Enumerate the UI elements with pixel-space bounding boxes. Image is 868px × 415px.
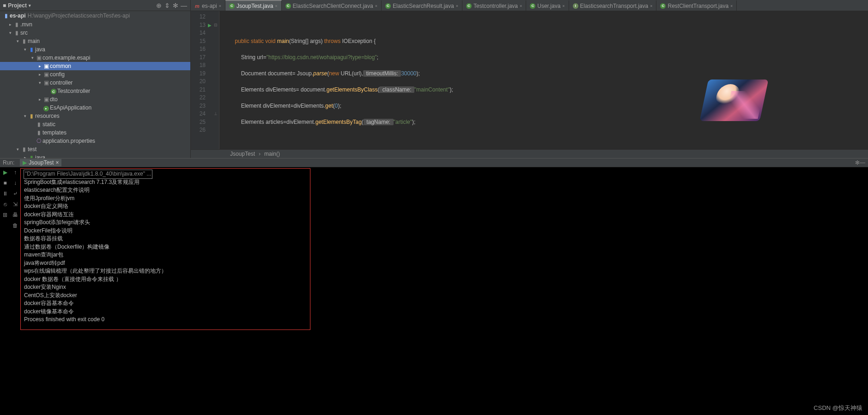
editor-tabs: mes-api× CJsoupTest.java× CElasticSearch…	[191, 0, 868, 11]
close-icon[interactable]: ×	[219, 4, 221, 8]
class-icon: C	[50, 88, 57, 95]
tree-controller[interactable]: ▣controller	[0, 79, 190, 87]
pause-icon[interactable]: ⏸	[2, 190, 8, 198]
tree-app[interactable]: ▸EsApiApplication	[0, 104, 190, 112]
tab-es-api[interactable]: mes-api×	[191, 0, 225, 11]
console-output[interactable]: "D:\Program Files\Java\jdk1.8.0_40\bin\j…	[20, 167, 868, 415]
fold-strip: ⊟⊥	[212, 11, 219, 149]
tree-resources[interactable]: ▮resources	[0, 112, 190, 120]
print-icon[interactable]: 🖶	[12, 212, 18, 219]
run-output: ▶ ■ ⏸ ⎋ ⊞ ↑ ↓ ⤶ ⇲ 🖶 🗑 "D:\Program Files\…	[0, 167, 868, 415]
tree-testcontroller[interactable]: CTestcontroller	[0, 87, 190, 95]
project-tree: ■Project▾ ⊕ ⇕ ✻ — ▮ es-api H:\wangyiProj…	[0, 0, 191, 158]
console-line: "D:\Program Files\Java\jdk1.8.0_40\bin\j…	[24, 170, 152, 178]
folder-icon: ▮	[13, 30, 20, 36]
project-toolbar: ■Project▾ ⊕ ⇕ ✻ —	[0, 0, 191, 11]
tree-main[interactable]: ▮main	[0, 37, 190, 45]
folder-icon: ▮	[20, 146, 28, 153]
tree-config[interactable]: ▣config	[0, 70, 190, 79]
console-line: docker容器网络互连	[24, 211, 864, 219]
close-icon[interactable]: ×	[650, 4, 652, 8]
console-line: wps在线编辑梳理（此处整理了对接过后容易出错的地方）	[24, 267, 864, 275]
package-icon: ▣	[42, 63, 50, 69]
tree-templates[interactable]: ▮templates	[0, 128, 190, 137]
close-icon[interactable]: ×	[55, 159, 59, 166]
clear-icon[interactable]: 🗑	[12, 222, 18, 230]
tree-appprops[interactable]: ⎔application.properties	[0, 137, 190, 145]
console-line: maven查询jar包	[24, 251, 864, 259]
tree-test[interactable]: ▮test	[0, 145, 190, 153]
package-icon: ▣	[42, 71, 50, 78]
expand-icon[interactable]: ⇕	[163, 2, 171, 9]
tree-java2[interactable]: ▮java	[0, 153, 190, 158]
resources-folder-icon: ▮	[28, 113, 35, 119]
run-gutter-icon[interactable]: ▶	[208, 21, 212, 30]
tree-static[interactable]: ▮static	[0, 120, 190, 128]
tab-elasticsearch-result[interactable]: CElasticSearchResult.java×	[382, 0, 462, 11]
tab-restclient[interactable]: CRestClientTransport.java×	[656, 0, 737, 11]
class-icon: C	[660, 3, 666, 9]
module-icon: ▮	[5, 12, 8, 19]
console-line: SpringBoot集成elasticsearch 7.17.3及常规应用	[24, 178, 864, 187]
class-icon: C	[466, 3, 472, 9]
layout-icon[interactable]: ⊞	[3, 212, 7, 219]
project-view-selector[interactable]: ■Project▾	[3, 2, 31, 9]
class-icon: C	[530, 3, 535, 9]
console-line: docker镜像基本命令	[24, 308, 864, 316]
console-line: 数据卷容器挂载	[24, 235, 864, 243]
down-icon[interactable]: ↓	[14, 180, 17, 187]
tab-user[interactable]: CUser.java×	[526, 0, 569, 11]
class-icon: C	[285, 3, 291, 9]
tree-java[interactable]: ▮java	[0, 45, 190, 54]
hide-icon[interactable]: —	[180, 2, 188, 9]
close-icon[interactable]: ×	[275, 4, 277, 8]
tab-elasticsearch-client[interactable]: CElasticSearchClientConnect.java×	[282, 0, 382, 11]
run-label: Run:	[3, 159, 14, 166]
console-line: elasticsearch配置文件说明	[24, 186, 864, 195]
tree-mvn[interactable]: ▮.mvn	[0, 20, 190, 29]
console-line: springBoot添加feign请求头	[24, 219, 864, 227]
close-icon[interactable]: ×	[730, 4, 733, 8]
ide-assistant-avatar[interactable]	[704, 79, 773, 121]
line-gutter: 121314151617181920212223242526 ▶	[191, 11, 212, 149]
test-folder-icon: ▮	[28, 154, 35, 158]
close-icon[interactable]: ×	[456, 4, 458, 8]
settings-icon[interactable]: ✻	[171, 2, 180, 9]
scroll-end-icon[interactable]: ⇲	[13, 201, 18, 208]
up-icon[interactable]: ↑	[14, 169, 17, 177]
tree-pkg[interactable]: ▣com.example.esapi	[0, 54, 190, 62]
settings-icon[interactable]: ✻	[855, 159, 860, 166]
module-root[interactable]: ▮ es-api H:\wangyiProject\elasticsearchT…	[0, 11, 190, 20]
breadcrumb-class[interactable]: JsoupTest	[230, 151, 255, 157]
tab-es-transport[interactable]: IElasticsearchTransport.java×	[569, 0, 657, 11]
hide-icon[interactable]: —	[860, 159, 865, 166]
run-config-tab[interactable]: ▶JsoupTest×	[20, 159, 61, 166]
locate-icon[interactable]: ⊕	[155, 2, 163, 9]
close-icon[interactable]: ×	[520, 4, 522, 8]
props-icon: ⎔	[35, 138, 42, 144]
editor-breadcrumb[interactable]: JsoupTest › main()	[191, 149, 868, 158]
tree-src[interactable]: ▮src	[0, 29, 190, 37]
console-line: CentOS上安装docker	[24, 292, 864, 300]
console-line: java将word转pdf	[24, 259, 864, 268]
run-tools-secondary: ↑ ↓ ⤶ ⇲ 🖶 🗑	[10, 167, 20, 415]
breadcrumb-method[interactable]: main()	[264, 151, 280, 157]
console-line: docker安装Nginx	[24, 283, 864, 292]
console-line: docker 数据卷（直接使用命令来挂载 ）	[24, 275, 864, 284]
soft-wrap-icon[interactable]: ⤶	[13, 190, 18, 198]
exit-icon[interactable]: ⎋	[4, 201, 7, 208]
rerun-icon[interactable]: ▶	[3, 169, 7, 177]
class-icon: C	[385, 3, 391, 9]
close-icon[interactable]: ×	[375, 4, 377, 8]
tree-dto[interactable]: ▣dto	[0, 95, 190, 104]
run-toolwindow-header: Run: ▶JsoupTest× ✻ —	[0, 158, 868, 167]
tab-jsouptest[interactable]: CJsoupTest.java×	[225, 0, 282, 11]
stop-icon[interactable]: ■	[3, 180, 6, 187]
run-class-icon: ▸	[42, 104, 50, 111]
console-line: docker容器基本命令	[24, 299, 864, 308]
tab-testcontroller[interactable]: CTestcontroller.java×	[462, 0, 526, 11]
folder-icon: ▮	[35, 121, 42, 128]
tree-common[interactable]: ▣common	[0, 62, 190, 70]
console-line: Process finished with exit code 0	[24, 316, 864, 324]
close-icon[interactable]: ×	[562, 4, 565, 8]
